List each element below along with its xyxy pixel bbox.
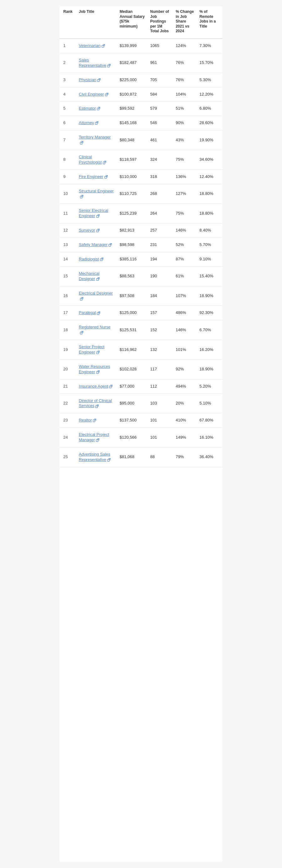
cell-change: 146% <box>173 223 197 238</box>
cell-rank: 10 <box>60 184 76 204</box>
cell-title: Surveyor <box>76 223 117 238</box>
cell-change: 136% <box>173 169 197 184</box>
cell-rank: 25 <box>60 447 76 467</box>
cell-change: 107% <box>173 286 197 306</box>
job-title-link[interactable]: Senior Project Engineer <box>79 344 105 354</box>
job-title-link[interactable]: Territory Manager <box>79 135 111 140</box>
cell-title: Mechanical Designer <box>76 266 117 286</box>
job-title-link[interactable]: Estimator <box>79 106 96 111</box>
cell-salary: $125,000 <box>117 306 148 320</box>
job-title-link[interactable]: Structural Engineer <box>79 189 114 193</box>
job-title-link[interactable]: Electrical Project Manager <box>79 432 109 442</box>
cell-remote: 92.30% <box>197 306 222 320</box>
job-title-link[interactable]: Advertising Sales Representative <box>79 452 110 462</box>
job-title-link[interactable]: Veterinarian <box>79 43 101 48</box>
cell-title: Director of Clinical Services <box>76 394 117 413</box>
cell-salary: $118,597 <box>117 150 148 169</box>
table-row: 20Water Resources Engineer $102,02811792… <box>60 360 222 379</box>
job-title-link[interactable]: Sales Representative <box>79 58 106 68</box>
job-title-link[interactable]: Electrical Designer <box>79 291 113 296</box>
external-link-icon <box>100 257 103 261</box>
cell-salary: $97,508 <box>117 286 148 306</box>
cell-title: Territory Manager <box>76 130 117 150</box>
cell-salary: $225,000 <box>117 73 148 87</box>
table-row: 2Sales Representative $182,48796176%15.7… <box>60 53 222 73</box>
job-title-link[interactable]: Civil Engineer <box>79 92 104 96</box>
cell-rank: 17 <box>60 306 76 320</box>
table-row: 22Director of Clinical Services $95,0001… <box>60 394 222 413</box>
cell-change: 486% <box>173 306 197 320</box>
table-row: 9Fire Engineer $110,000318136%12.40% <box>60 169 222 184</box>
cell-remote: 18.90% <box>197 286 222 306</box>
cell-title: Estimator <box>76 101 117 116</box>
job-title-link[interactable]: Paralegal <box>79 310 96 315</box>
cell-title: Senior Electrical Engineer <box>76 204 117 223</box>
cell-salary: $125,239 <box>117 204 148 223</box>
external-link-icon <box>109 384 113 388</box>
cell-title: Structural Engineer <box>76 184 117 204</box>
external-link-icon <box>80 331 83 334</box>
cell-rank: 2 <box>60 53 76 73</box>
cell-salary: $102,028 <box>117 360 148 379</box>
cell-change: 146% <box>173 320 197 340</box>
table-row: 16Electrical Designer $97,508184107%18.9… <box>60 286 222 306</box>
external-link-icon <box>95 121 98 124</box>
cell-change: 75% <box>173 204 197 223</box>
cell-remote: 6.70% <box>197 320 222 340</box>
table-row: 19Senior Project Engineer $116,962132101… <box>60 340 222 360</box>
job-title-link[interactable]: Senior Electrical Engineer <box>79 208 108 218</box>
cell-postings: 579 <box>148 101 173 116</box>
external-link-icon <box>96 214 100 217</box>
cell-salary: $125,531 <box>117 320 148 340</box>
cell-title: Electrical Designer <box>76 286 117 306</box>
cell-change: 79% <box>173 447 197 467</box>
cell-rank: 20 <box>60 360 76 379</box>
cell-postings: 584 <box>148 87 173 101</box>
cell-postings: 194 <box>148 252 173 267</box>
cell-postings: 546 <box>148 116 173 130</box>
table-row: 8Clinical Psychologist $118,59732475%34.… <box>60 150 222 169</box>
cell-postings: 318 <box>148 169 173 184</box>
cell-postings: 184 <box>148 286 173 306</box>
job-title-link[interactable]: Attorney <box>79 120 94 125</box>
job-title-link[interactable]: Physician <box>79 78 96 82</box>
external-link-icon <box>105 92 108 96</box>
job-title-link[interactable]: Water Resources Engineer <box>79 364 110 374</box>
job-title-link[interactable]: Insurance Agent <box>79 384 108 389</box>
cell-change: 76% <box>173 53 197 73</box>
job-title-link[interactable]: Safety Manager <box>79 242 108 247</box>
cell-remote: 5.30% <box>197 73 222 87</box>
cell-title: Civil Engineer <box>76 87 117 101</box>
cell-rank: 1 <box>60 38 76 53</box>
external-link-icon <box>80 195 83 198</box>
cell-rank: 14 <box>60 252 76 267</box>
cell-rank: 7 <box>60 130 76 150</box>
job-title-link[interactable]: Realtor <box>79 418 92 423</box>
cell-change: 75% <box>173 150 197 169</box>
cell-rank: 22 <box>60 394 76 413</box>
cell-change: 104% <box>173 87 197 101</box>
cell-remote: 15.70% <box>197 53 222 73</box>
external-link-icon <box>108 243 112 246</box>
job-title-link[interactable]: Surveyor <box>79 228 95 232</box>
cell-salary: $99,592 <box>117 101 148 116</box>
cell-salary: $88,563 <box>117 266 148 286</box>
table-row: 5Estimator $99,59257951%6.80% <box>60 101 222 116</box>
cell-salary: $120,566 <box>117 428 148 447</box>
external-link-icon <box>97 78 101 82</box>
external-link-icon <box>96 370 100 374</box>
job-title-link[interactable]: Radiologist <box>79 257 99 261</box>
job-title-link[interactable]: Fire Engineer <box>79 174 103 179</box>
cell-change: 87% <box>173 252 197 267</box>
cell-title: Veterinarian <box>76 38 117 53</box>
cell-change: 92% <box>173 360 197 379</box>
job-title-link[interactable]: Clinical Psychologist <box>79 154 102 164</box>
cell-remote: 6.80% <box>197 101 222 116</box>
job-title-link[interactable]: Registered Nurse <box>79 324 111 329</box>
col-header-change: % Change in Job Share 2021 vs 2024 <box>173 6 197 38</box>
cell-remote: 9.10% <box>197 252 222 267</box>
cell-title: Sales Representative <box>76 53 117 73</box>
cell-rank: 13 <box>60 238 76 252</box>
table-row: 24Electrical Project Manager $120,566101… <box>60 428 222 447</box>
external-link-icon <box>95 404 99 408</box>
